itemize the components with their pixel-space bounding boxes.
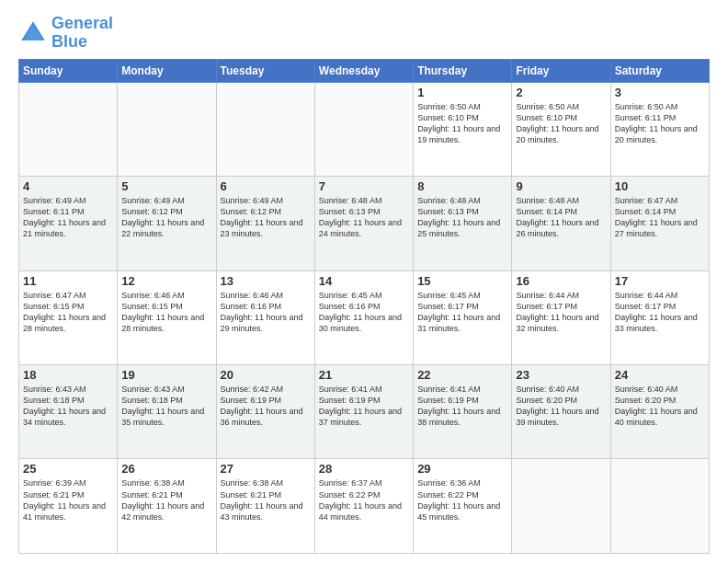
- calendar-cell: 11Sunrise: 6:47 AM Sunset: 6:15 PM Dayli…: [19, 270, 118, 364]
- calendar-cell: 20Sunrise: 6:42 AM Sunset: 6:19 PM Dayli…: [216, 365, 314, 459]
- day-number: 24: [615, 368, 705, 382]
- logo-text: General Blue: [51, 15, 113, 52]
- day-number: 12: [121, 274, 211, 288]
- calendar-week-5: 25Sunrise: 6:39 AM Sunset: 6:21 PM Dayli…: [19, 459, 710, 554]
- calendar-header-row: SundayMondayTuesdayWednesdayThursdayFrid…: [19, 59, 710, 82]
- day-header-saturday: Saturday: [610, 59, 709, 82]
- calendar-cell: 1Sunrise: 6:50 AM Sunset: 6:10 PM Daylig…: [414, 82, 512, 176]
- day-number: 2: [516, 86, 606, 99]
- day-info: Sunrise: 6:46 AM Sunset: 6:15 PM Dayligh…: [121, 290, 211, 335]
- day-number: 9: [516, 179, 606, 193]
- day-info: Sunrise: 6:38 AM Sunset: 6:21 PM Dayligh…: [221, 477, 311, 523]
- calendar-cell: [610, 459, 709, 554]
- calendar-cell: 4Sunrise: 6:49 AM Sunset: 6:11 PM Daylig…: [19, 177, 118, 270]
- day-info: Sunrise: 6:43 AM Sunset: 6:18 PM Dayligh…: [23, 384, 113, 429]
- calendar-cell: 27Sunrise: 6:38 AM Sunset: 6:21 PM Dayli…: [216, 459, 314, 554]
- day-number: 28: [319, 462, 409, 476]
- calendar-cell: 16Sunrise: 6:44 AM Sunset: 6:17 PM Dayli…: [512, 270, 610, 364]
- day-number: 23: [516, 368, 606, 382]
- day-number: 16: [516, 274, 606, 288]
- day-info: Sunrise: 6:37 AM Sunset: 6:22 PM Dayligh…: [319, 477, 409, 523]
- day-header-sunday: Sunday: [19, 59, 118, 82]
- day-info: Sunrise: 6:41 AM Sunset: 6:19 PM Dayligh…: [319, 384, 409, 429]
- day-info: Sunrise: 6:50 AM Sunset: 6:11 PM Dayligh…: [615, 101, 705, 146]
- calendar-cell: 12Sunrise: 6:46 AM Sunset: 6:15 PM Dayli…: [118, 270, 216, 364]
- calendar-week-4: 18Sunrise: 6:43 AM Sunset: 6:18 PM Dayli…: [19, 365, 710, 459]
- day-header-tuesday: Tuesday: [216, 59, 314, 82]
- calendar-cell: 13Sunrise: 6:46 AM Sunset: 6:16 PM Dayli…: [216, 270, 314, 364]
- calendar-cell: 15Sunrise: 6:45 AM Sunset: 6:17 PM Dayli…: [414, 270, 512, 364]
- day-info: Sunrise: 6:45 AM Sunset: 6:17 PM Dayligh…: [417, 290, 507, 335]
- calendar-cell: 21Sunrise: 6:41 AM Sunset: 6:19 PM Dayli…: [314, 365, 413, 459]
- day-number: 6: [221, 179, 311, 193]
- day-number: 22: [417, 368, 507, 382]
- calendar-week-3: 11Sunrise: 6:47 AM Sunset: 6:15 PM Dayli…: [19, 270, 710, 364]
- calendar-cell: [19, 82, 118, 176]
- calendar-cell: 5Sunrise: 6:49 AM Sunset: 6:12 PM Daylig…: [118, 177, 216, 270]
- calendar-cell: 8Sunrise: 6:48 AM Sunset: 6:13 PM Daylig…: [414, 177, 512, 270]
- day-number: 3: [615, 86, 705, 99]
- day-number: 7: [319, 179, 409, 193]
- day-info: Sunrise: 6:50 AM Sunset: 6:10 PM Dayligh…: [417, 101, 507, 146]
- day-number: 21: [319, 368, 409, 382]
- day-number: 8: [417, 179, 507, 193]
- day-number: 19: [121, 368, 211, 382]
- day-info: Sunrise: 6:44 AM Sunset: 6:17 PM Dayligh…: [516, 290, 606, 335]
- calendar-cell: 9Sunrise: 6:48 AM Sunset: 6:14 PM Daylig…: [512, 177, 610, 270]
- calendar-cell: 24Sunrise: 6:40 AM Sunset: 6:20 PM Dayli…: [610, 365, 709, 459]
- day-number: 4: [23, 179, 113, 193]
- day-info: Sunrise: 6:39 AM Sunset: 6:21 PM Dayligh…: [23, 477, 113, 523]
- calendar-cell: 7Sunrise: 6:48 AM Sunset: 6:13 PM Daylig…: [314, 177, 413, 270]
- day-number: 27: [221, 462, 311, 476]
- day-info: Sunrise: 6:49 AM Sunset: 6:11 PM Dayligh…: [23, 195, 113, 240]
- day-number: 10: [615, 179, 705, 193]
- day-info: Sunrise: 6:43 AM Sunset: 6:18 PM Dayligh…: [121, 384, 211, 429]
- calendar-cell: 18Sunrise: 6:43 AM Sunset: 6:18 PM Dayli…: [19, 365, 118, 459]
- calendar-cell: 3Sunrise: 6:50 AM Sunset: 6:11 PM Daylig…: [610, 82, 709, 176]
- calendar-cell: 29Sunrise: 6:36 AM Sunset: 6:22 PM Dayli…: [414, 459, 512, 554]
- logo: General Blue: [18, 15, 113, 52]
- day-info: Sunrise: 6:40 AM Sunset: 6:20 PM Dayligh…: [516, 384, 606, 429]
- day-info: Sunrise: 6:49 AM Sunset: 6:12 PM Dayligh…: [221, 195, 311, 240]
- day-number: 18: [23, 368, 113, 382]
- day-info: Sunrise: 6:49 AM Sunset: 6:12 PM Dayligh…: [121, 195, 211, 240]
- day-info: Sunrise: 6:47 AM Sunset: 6:15 PM Dayligh…: [23, 290, 113, 335]
- day-number: 29: [417, 462, 507, 476]
- day-number: 11: [23, 274, 113, 288]
- day-info: Sunrise: 6:48 AM Sunset: 6:14 PM Dayligh…: [516, 195, 606, 240]
- day-info: Sunrise: 6:42 AM Sunset: 6:19 PM Dayligh…: [221, 384, 311, 429]
- day-number: 25: [23, 462, 113, 476]
- calendar-cell: [512, 459, 610, 554]
- day-number: 17: [615, 274, 705, 288]
- day-number: 1: [417, 86, 507, 99]
- calendar-cell: 10Sunrise: 6:47 AM Sunset: 6:14 PM Dayli…: [610, 177, 709, 270]
- calendar-week-1: 1Sunrise: 6:50 AM Sunset: 6:10 PM Daylig…: [19, 82, 710, 176]
- calendar-cell: [314, 82, 413, 176]
- calendar-cell: 22Sunrise: 6:41 AM Sunset: 6:19 PM Dayli…: [414, 365, 512, 459]
- page: General Blue SundayMondayTuesdayWednesda…: [0, 0, 728, 563]
- day-info: Sunrise: 6:40 AM Sunset: 6:20 PM Dayligh…: [615, 384, 705, 429]
- calendar-cell: 23Sunrise: 6:40 AM Sunset: 6:20 PM Dayli…: [512, 365, 610, 459]
- day-header-wednesday: Wednesday: [314, 59, 413, 82]
- day-info: Sunrise: 6:38 AM Sunset: 6:21 PM Dayligh…: [121, 477, 211, 523]
- calendar-cell: 6Sunrise: 6:49 AM Sunset: 6:12 PM Daylig…: [216, 177, 314, 270]
- day-number: 20: [221, 368, 311, 382]
- calendar-cell: 28Sunrise: 6:37 AM Sunset: 6:22 PM Dayli…: [314, 459, 413, 554]
- day-header-friday: Friday: [512, 59, 610, 82]
- day-info: Sunrise: 6:44 AM Sunset: 6:17 PM Dayligh…: [615, 290, 705, 335]
- day-info: Sunrise: 6:45 AM Sunset: 6:16 PM Dayligh…: [319, 290, 409, 335]
- day-number: 13: [221, 274, 311, 288]
- day-number: 26: [121, 462, 211, 476]
- calendar-cell: [118, 82, 216, 176]
- day-info: Sunrise: 6:48 AM Sunset: 6:13 PM Dayligh…: [319, 195, 409, 240]
- calendar-cell: 26Sunrise: 6:38 AM Sunset: 6:21 PM Dayli…: [118, 459, 216, 554]
- calendar-cell: 19Sunrise: 6:43 AM Sunset: 6:18 PM Dayli…: [118, 365, 216, 459]
- day-number: 14: [319, 274, 409, 288]
- calendar-cell: 25Sunrise: 6:39 AM Sunset: 6:21 PM Dayli…: [19, 459, 118, 554]
- day-header-monday: Monday: [118, 59, 216, 82]
- logo-icon: [18, 18, 48, 48]
- calendar-week-2: 4Sunrise: 6:49 AM Sunset: 6:11 PM Daylig…: [19, 177, 710, 270]
- header: General Blue: [18, 15, 710, 52]
- day-info: Sunrise: 6:36 AM Sunset: 6:22 PM Dayligh…: [417, 477, 507, 523]
- day-header-thursday: Thursday: [414, 59, 512, 82]
